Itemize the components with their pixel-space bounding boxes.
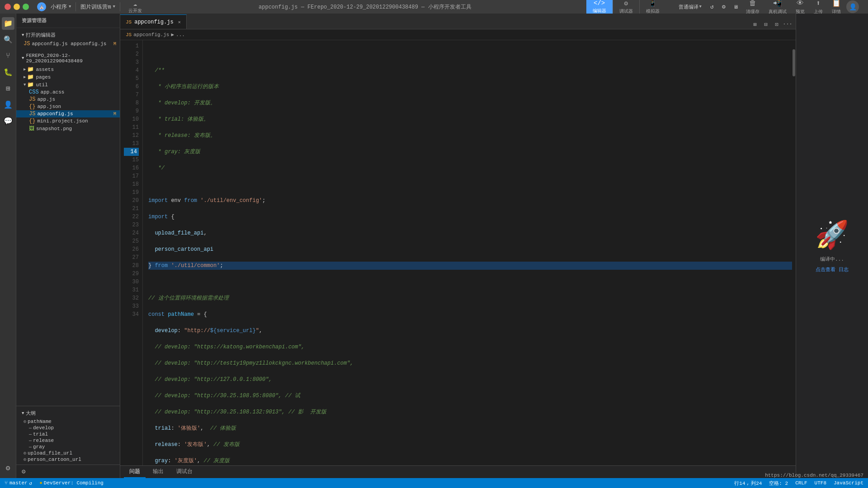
sidebar-icon-user[interactable]: 👤: [2, 99, 14, 111]
file-appconfig-js[interactable]: JS appconfig.js M: [16, 110, 120, 117]
folder-assets[interactable]: ▶ 📁 assets: [16, 66, 120, 73]
settings-btn2[interactable]: ⚙: [719, 2, 729, 12]
more-btn[interactable]: ···: [783, 20, 792, 29]
project-toggle[interactable]: ▼ FEREPO_2020-12-29_2020122900438489: [16, 51, 120, 66]
status-bar: ⑂ master ↺ ● DevServer: Compiling 行14, 列…: [0, 478, 868, 488]
status-right: 行14, 列24 空格: 2 CRLF UTF8 JavaScript: [734, 480, 863, 487]
mini-program-selector[interactable]: 小程序 ▼: [51, 3, 71, 11]
js-icon3: JS: [29, 111, 35, 117]
title-bar: ⛪ 小程序 ▼ 图片训练营m ▼ ☁ 云开发 appconfig.js — FE…: [0, 0, 868, 14]
open-editors-toggle[interactable]: ▼ 打开的编辑器: [16, 30, 120, 40]
outline-develop-label: develop: [33, 425, 54, 431]
outline-gray[interactable]: — gray: [16, 444, 120, 450]
scrollbar-track[interactable]: [792, 40, 796, 465]
tab-output[interactable]: 输出: [147, 466, 169, 478]
window-title: appconfig.js — FErepo_2020-12-29_2020122…: [150, 3, 580, 11]
maximize-button[interactable]: [23, 4, 29, 10]
split-horizontal-btn[interactable]: ⊟: [761, 20, 770, 29]
folder-assets-label: assets: [36, 67, 54, 72]
folder-util-label: util: [36, 82, 47, 88]
phone-debug-icon: 📲: [773, 0, 782, 8]
cursor-position[interactable]: 行14, 列24: [734, 480, 762, 487]
folder-chevron-icon: ▶: [24, 67, 26, 72]
language-mode[interactable]: JavaScript: [834, 480, 863, 486]
main-layout: 📁 🔍 ⑂ 🐛 ⊞ 👤 💬 ⚙ 资源管理器 ▼ 打开的编辑器 JS appcon…: [0, 14, 868, 478]
outline-pathname[interactable]: ⊙ pathName: [16, 418, 120, 425]
file-app-acss-label: app.acss: [41, 89, 65, 95]
sidebar-icon-settings[interactable]: ⚙: [2, 462, 14, 474]
file-app-acss[interactable]: CSS app.acss: [16, 89, 120, 96]
outline-release-label: release: [33, 438, 54, 443]
open-file-item[interactable]: JS appconfig.js appconfig.js M: [16, 40, 120, 47]
outline-trial[interactable]: — trial: [16, 431, 120, 437]
editor-tab-appconfig[interactable]: JS appconfig.js ✕: [120, 14, 187, 29]
breadcrumb: JS appconfig.js ▶ ...: [120, 29, 796, 40]
eol[interactable]: CRLF: [795, 480, 807, 486]
sync-icon: ↺: [29, 480, 33, 486]
url-text: https://blog.csdn.net/qq_29339467: [765, 473, 863, 478]
sidebar-icon-search[interactable]: 🔍: [2, 33, 14, 46]
dropdown-arrow: ▼: [69, 5, 71, 9]
outline-release[interactable]: — release: [16, 437, 120, 444]
code-content[interactable]: /** * 小程序当前运行的版本 * develop: 开发版。 * trial…: [143, 40, 796, 465]
image-training-label: 图片训练营m: [80, 3, 111, 11]
outline-cartoon-url[interactable]: ⊙ person_cartoon_url: [16, 456, 120, 463]
file-snapshot-png[interactable]: 🖼 snapshot.png: [16, 125, 120, 132]
clean-icon: 🗑: [749, 0, 756, 8]
project-tree: ▼ FEREPO_2020-12-29_2020122900438489 ▶ 📁…: [16, 49, 120, 406]
url-bar: https://blog.csdn.net/qq_29339467: [765, 473, 863, 478]
outline-toggle[interactable]: ▼ 大纲: [16, 408, 120, 418]
rocket-icon: 🚀: [815, 219, 849, 252]
tab-close-icon[interactable]: ✕: [178, 19, 181, 25]
breadcrumb-arrow: ▶: [171, 32, 174, 38]
tab-problems[interactable]: 问题: [124, 466, 146, 478]
col-label: 列24: [751, 480, 762, 487]
project-chevron-icon: ▼: [22, 56, 24, 61]
code-editor[interactable]: 12345 678910 1112131415 1617181920 21222…: [120, 40, 796, 465]
css-icon: CSS: [29, 89, 39, 95]
tab-js-icon: JS: [126, 19, 132, 25]
bottom-panel: 问题 输出 调试台: [120, 465, 796, 478]
layout-btn[interactable]: ⊡: [772, 20, 781, 29]
split-editor-btn[interactable]: ⊞: [750, 20, 760, 29]
close-button[interactable]: [5, 4, 11, 10]
outline-title-label: 大纲: [26, 410, 36, 417]
explorer-settings[interactable]: ⚙: [16, 465, 120, 478]
sidebar-icon-debug[interactable]: 🐛: [2, 66, 14, 79]
sidebar-icon-files[interactable]: 📁: [2, 17, 14, 30]
line-label: 行14: [734, 480, 745, 487]
sidebar-icon-chat[interactable]: 💬: [2, 115, 14, 127]
sidebar-icon-git[interactable]: ⑂: [2, 50, 14, 62]
sidebar-icon-extensions[interactable]: ⊞: [2, 82, 14, 95]
file-mini-project-json[interactable]: {} mini.project.json: [16, 117, 120, 125]
file-app-js[interactable]: JS app.js: [16, 96, 120, 103]
git-branch-label: master: [9, 480, 28, 486]
outline-develop[interactable]: — develop: [16, 425, 120, 431]
encoding[interactable]: UTF8: [815, 480, 826, 486]
avatar[interactable]: 👤: [846, 0, 859, 13]
cloud-dev-btn[interactable]: ☁ 云开发: [125, 0, 146, 14]
folder-pages[interactable]: ▶ 📁 pages: [16, 73, 120, 81]
monitor-btn[interactable]: 🖥: [731, 2, 741, 12]
rocket-link[interactable]: 点击查看 日志: [816, 266, 849, 273]
minimize-button[interactable]: [14, 4, 20, 10]
divider2: [120, 2, 120, 11]
folder-util[interactable]: ▼ 📁 util: [16, 81, 120, 89]
window-controls[interactable]: [5, 4, 29, 10]
outline-upload-url[interactable]: ⊙ upload_file_url: [16, 450, 120, 456]
prop-icon: —: [29, 426, 32, 431]
file-app-json[interactable]: {} app.json: [16, 103, 120, 110]
indentation[interactable]: 空格: 2: [769, 480, 788, 487]
settings-icon[interactable]: ⚙: [22, 468, 25, 475]
dev-server-label: DevServer: Compiling: [44, 480, 104, 486]
compile-select-container[interactable]: 普通编译 ▼: [675, 2, 705, 12]
scrollbar-thumb[interactable]: [793, 49, 795, 76]
git-branch[interactable]: ⑂ master ↺: [5, 480, 32, 486]
preview-icon: 👁: [797, 0, 804, 8]
file-snapshot-label: snapshot.png: [36, 126, 72, 131]
tab-debug-console[interactable]: 调试台: [171, 466, 198, 478]
refresh-btn[interactable]: ↺: [707, 2, 717, 12]
image-training-selector[interactable]: 图片训练营m ▼: [80, 3, 115, 11]
app-label: 小程序: [51, 3, 67, 11]
language-label: JavaScript: [834, 480, 863, 486]
